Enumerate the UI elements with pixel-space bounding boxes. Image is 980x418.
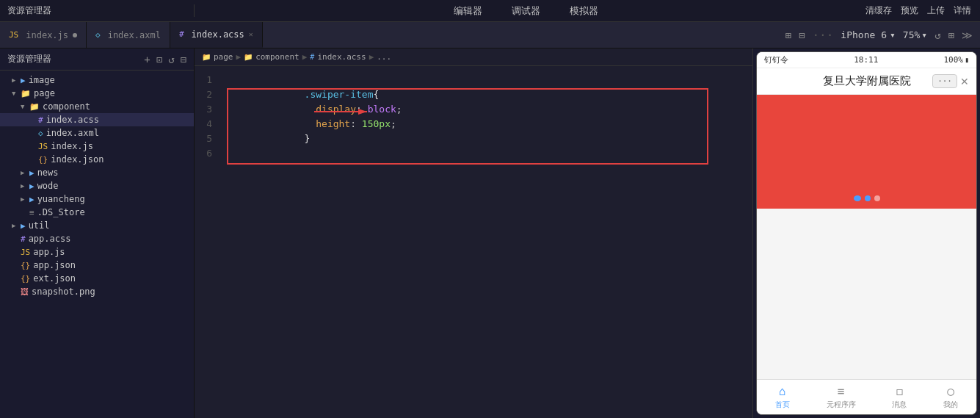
- sidebar-item-wode[interactable]: ▶ ▶ wode: [0, 179, 194, 192]
- json-file-icon: {}: [21, 274, 30, 284]
- device-label: iPhone 6: [841, 29, 887, 40]
- phone-body: [757, 209, 976, 379]
- battery-icon: ▮: [965, 56, 969, 64]
- tab-index-acss[interactable]: # index.acss ✕: [170, 22, 263, 48]
- status-right: 100% ▮: [943, 55, 969, 65]
- code-editor[interactable]: 1 2 .swiper-item{ 3 display: block;: [195, 66, 752, 418]
- sidebar-tree: ▶ ▶ image ▼ 📁 page ▼ 📁 component # index…: [0, 71, 194, 418]
- sidebar-item-news[interactable]: ▶ ▶ news: [0, 166, 194, 179]
- nav-dots-btn[interactable]: ···: [932, 74, 957, 88]
- tree-arrow: ▶: [12, 76, 21, 84]
- json-file-icon: {}: [21, 261, 30, 270]
- sidebar-item-app-acss[interactable]: # app.acss: [0, 232, 194, 245]
- new-file-icon[interactable]: +: [144, 54, 150, 65]
- nav-close-btn[interactable]: ✕: [960, 76, 969, 87]
- status-time: 18:11: [854, 55, 878, 65]
- tab-bar: JS index.js ◇ index.axml # index.acss ✕ …: [0, 22, 980, 48]
- phone-tab-message[interactable]: ◻ 消息: [892, 384, 907, 410]
- line-number: 2: [195, 89, 224, 100]
- sidebar: 资源管理器 + ⊡ ↺ ⊟ ▶ ▶ image ▼ 📁 page: [0, 48, 195, 418]
- more-icon[interactable]: ≫: [962, 29, 973, 41]
- global-toolbar-right: 清缓存 预览 上传 详情: [857, 4, 980, 17]
- sidebar-item-image[interactable]: ▶ ▶ image: [0, 73, 194, 87]
- bc-sep2: ▶: [302, 52, 308, 62]
- line-number: 1: [195, 74, 224, 85]
- phone-status-bar: 钉钉令 18:11 100% ▮: [757, 52, 976, 68]
- refresh-icon[interactable]: ↺: [934, 29, 940, 41]
- sidebar-label: component: [43, 101, 90, 112]
- phone-tab-home[interactable]: ⌂ 首页: [775, 384, 790, 410]
- details-btn[interactable]: 详情: [954, 4, 971, 17]
- tab-label-index-js: index.js: [26, 30, 68, 40]
- folder-icon: ▶: [29, 195, 35, 204]
- acss-file-icon: #: [38, 115, 43, 125]
- tab-modified-dot: [73, 33, 77, 37]
- menu-debugger[interactable]: 调试器: [512, 4, 540, 18]
- tab-close-btn[interactable]: ✕: [249, 30, 253, 38]
- preview-btn[interactable]: 预览: [901, 4, 918, 17]
- sidebar-label: yuancheng: [37, 194, 85, 204]
- phone-swiper: [757, 95, 976, 209]
- sidebar-item-ext-json[interactable]: {} ext.json: [0, 272, 194, 285]
- js-icon: JS: [9, 30, 18, 40]
- code-line-5: 5 }: [195, 131, 752, 145]
- refresh-sidebar-icon[interactable]: ↺: [168, 54, 174, 65]
- sidebar-item-snapshot-png[interactable]: 🖼 snapshot.png: [0, 285, 194, 298]
- folder-icon: 📁: [21, 89, 31, 98]
- sidebar-item-yuancheng[interactable]: ▶ ▶ yuancheng: [0, 192, 194, 206]
- upload-btn[interactable]: 上传: [927, 4, 945, 17]
- device-selector[interactable]: iPhone 6 ▾: [841, 29, 895, 40]
- js-file-icon: JS: [38, 142, 48, 151]
- sidebar-item-page[interactable]: ▼ 📁 page: [0, 87, 194, 100]
- sidebar-item-index-axml[interactable]: ◇ index.axml: [0, 126, 194, 140]
- png-file-icon: 🖼: [21, 287, 29, 297]
- sidebar-label: index.js: [51, 141, 93, 151]
- sidebar-label: index.axml: [46, 128, 99, 138]
- phone-nav-bar: 复旦大学附属医院 ··· ✕: [757, 68, 976, 95]
- message-tab-icon: ◻: [896, 384, 904, 398]
- tab-index-axml[interactable]: ◇ index.axml: [87, 22, 170, 48]
- line-number: 3: [195, 104, 224, 115]
- sidebar-item-ds-store[interactable]: ≡ .DS_Store: [0, 206, 194, 219]
- folder-bc-icon: 📁: [202, 53, 211, 61]
- tree-arrow: ▶: [21, 195, 29, 203]
- sidebar-item-index-js[interactable]: JS index.js: [0, 140, 194, 153]
- phone-nav-right: ··· ✕: [932, 74, 969, 88]
- clear-cache-btn[interactable]: 清缓存: [865, 4, 892, 17]
- mine-tab-label: 我的: [943, 400, 958, 410]
- sidebar-label: index.acss: [46, 115, 99, 125]
- file-manager-label: 资源管理器: [7, 4, 51, 17]
- global-toolbar: 资源管理器 编辑器 调试器 模拟器 清缓存 预览 上传 详情: [0, 0, 980, 22]
- bc-sep1: ▶: [236, 52, 242, 62]
- signal-text: 钉钉令: [764, 54, 788, 65]
- sidebar-item-app-js[interactable]: JS app.js: [0, 245, 194, 259]
- folder-icon: ▶: [21, 76, 26, 85]
- toolbar-right: ⊞ ⊟ ··· iPhone 6 ▾ 75% ▾ ↺ ⊞ ≫: [778, 22, 980, 48]
- sidebar-title: 资源管理器: [7, 53, 51, 65]
- phone-tab-yuancheng[interactable]: ≡ 元程序序: [827, 384, 856, 410]
- sidebar-item-component[interactable]: ▼ 📁 component: [0, 100, 194, 113]
- battery-text: 100%: [943, 55, 963, 65]
- layout-icon[interactable]: ⊞: [785, 29, 791, 41]
- phone-tab-mine[interactable]: ○ 我的: [943, 384, 958, 410]
- collapse-icon[interactable]: ⊟: [181, 54, 186, 65]
- menu-editor[interactable]: 编辑器: [454, 4, 482, 18]
- sidebar-item-app-json[interactable]: {} app.json: [0, 259, 194, 272]
- code-lines: 1 2 .swiper-item{ 3 display: block;: [195, 66, 752, 166]
- message-tab-label: 消息: [892, 400, 907, 410]
- new-folder-icon[interactable]: ⊡: [156, 54, 162, 65]
- grid-icon[interactable]: ⊞: [948, 29, 954, 41]
- sidebar-item-util[interactable]: ▶ ▶ util: [0, 219, 194, 232]
- zoom-label: 75%: [903, 29, 920, 40]
- sidebar-item-index-json[interactable]: {} index.json: [0, 153, 194, 166]
- zoom-selector[interactable]: 75% ▾: [903, 29, 927, 40]
- breadcrumb-more: ...: [377, 52, 391, 62]
- folder-icon: 📁: [29, 102, 40, 112]
- breadcrumb: 📁 page ▶ 📁 component ▶ # index.acss ▶ ..…: [195, 48, 752, 66]
- split-icon[interactable]: ⊟: [799, 29, 805, 41]
- menu-simulator[interactable]: 模拟器: [570, 4, 598, 18]
- tab-index-js[interactable]: JS index.js: [0, 22, 87, 48]
- zoom-dropdown-icon: ▾: [921, 29, 927, 40]
- sidebar-header: 资源管理器 + ⊡ ↺ ⊟: [0, 48, 194, 71]
- sidebar-item-index-acss[interactable]: # index.acss: [0, 113, 194, 126]
